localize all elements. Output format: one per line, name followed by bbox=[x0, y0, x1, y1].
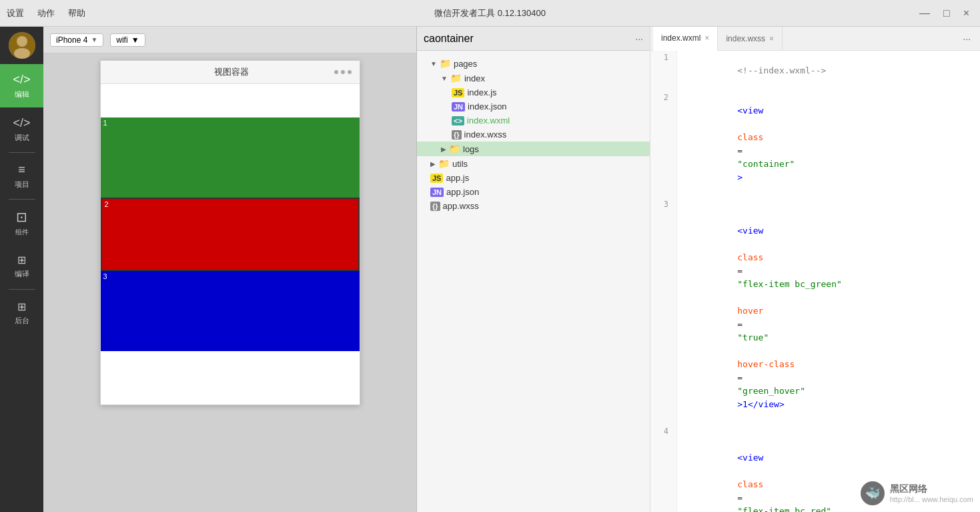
attr-3a: class bbox=[737, 252, 763, 262]
sidebar-label-edit: 编辑 bbox=[15, 89, 29, 99]
utils-arrow: ▶ bbox=[430, 160, 436, 168]
phone-dot-3 bbox=[348, 70, 352, 74]
attr-2a: class bbox=[737, 132, 763, 142]
sidebar-item-edit[interactable]: </> 编辑 bbox=[0, 64, 43, 107]
menu-actions[interactable]: 动作 bbox=[37, 7, 55, 19]
watermark: 🐳 黑区网络 http://bl... www.heiqu.com bbox=[861, 481, 973, 505]
utils-label: utils bbox=[452, 159, 468, 169]
wifi-select[interactable]: wifi ▼ bbox=[110, 33, 145, 47]
eq-4a: = bbox=[737, 493, 743, 503]
sidebar-item-backend[interactable]: ⊞ 后台 bbox=[0, 291, 43, 334]
watermark-logo: 🐳 bbox=[861, 481, 885, 505]
watermark-text: 黑区网络 http://bl... www.heiqu.com bbox=[890, 483, 973, 503]
line-content-2: <view class = "container" > bbox=[677, 91, 795, 198]
phone-white-bottom bbox=[101, 351, 360, 405]
project-icon: ≡ bbox=[18, 163, 25, 177]
phone-red-bar: 2 bbox=[101, 198, 360, 271]
simulator-toolbar: iPhone 4 ▼ wifi ▼ bbox=[43, 27, 416, 53]
filetree-more-button[interactable]: ··· bbox=[635, 33, 643, 44]
tree-item-app-js[interactable]: JS app.js bbox=[417, 171, 650, 185]
phone-title: 视图容器 bbox=[129, 66, 334, 78]
tree-item-index-js[interactable]: JS index.js bbox=[417, 85, 650, 99]
app-wxss-label: app.wxss bbox=[443, 201, 479, 211]
phone-screen: 1 2 3 bbox=[101, 84, 360, 405]
code-line-3: 3 <view class = "flex-item bc_green" hov… bbox=[650, 198, 980, 425]
sidebar-label-backend: 后台 bbox=[15, 316, 29, 326]
attr-3c: hover-class bbox=[737, 359, 795, 369]
tree-item-logs[interactable]: ▶ 📁 logs bbox=[417, 142, 650, 156]
device-name: iPhone 4 bbox=[56, 35, 87, 45]
maximize-button[interactable]: □ bbox=[939, 6, 954, 21]
line-num-1: 1 bbox=[650, 51, 677, 91]
tag-2b: > bbox=[737, 172, 743, 182]
app-js-icon: JS bbox=[430, 174, 443, 183]
logs-arrow: ▶ bbox=[441, 146, 446, 153]
device-select[interactable]: iPhone 4 ▼ bbox=[50, 33, 103, 47]
filetree-header: caontainer ··· bbox=[417, 27, 650, 51]
tab-wxss-label: index.wxss bbox=[726, 34, 765, 43]
code-line-2: 2 <view class = "container" > bbox=[650, 91, 980, 198]
str-3c: "green_hover" bbox=[737, 386, 805, 396]
line-content-4: <view class = "flex-item bc_red" hover =… bbox=[677, 425, 831, 512]
watermark-url: http://bl... www.heiqu.com bbox=[890, 495, 973, 503]
indent-3 bbox=[737, 212, 758, 222]
tab-wxml[interactable]: index.wxml × bbox=[653, 27, 718, 51]
tree-item-index-wxss[interactable]: {} index.wxss bbox=[417, 127, 650, 142]
menu-settings[interactable]: 设置 bbox=[7, 7, 24, 19]
editor-content[interactable]: 1 <!--index.wxml--> 2 <view class = "con… bbox=[650, 51, 980, 512]
edit-icon: </> bbox=[13, 73, 30, 87]
menu-help[interactable]: 帮助 bbox=[68, 7, 85, 19]
device-dropdown-arrow: ▼ bbox=[91, 36, 97, 43]
simulator-panel: iPhone 4 ▼ wifi ▼ 视图容器 bbox=[43, 27, 417, 512]
editor-more-button[interactable]: ··· bbox=[956, 33, 977, 44]
phone-frame: 视图容器 1 2 3 bbox=[100, 60, 360, 405]
text-4a bbox=[737, 466, 743, 476]
blue-bar-num: 3 bbox=[103, 272, 107, 280]
text-3a bbox=[737, 239, 743, 249]
tree-item-index-wxml[interactable]: <> index.wxml bbox=[417, 113, 650, 127]
index-arrow: ▼ bbox=[441, 75, 448, 82]
left-sidebar: </> 编辑 </> 调试 ≡ 项目 ⊡ 组件 ⊞ 编译 ⊞ 后台 bbox=[0, 27, 43, 512]
close-button[interactable]: × bbox=[959, 6, 973, 21]
text-2a bbox=[737, 119, 743, 129]
phone-dots bbox=[334, 70, 352, 74]
tab-wxss-close[interactable]: × bbox=[769, 34, 774, 43]
sidebar-divider-2 bbox=[9, 199, 35, 200]
sidebar-item-compile[interactable]: ⊞ 编译 bbox=[0, 244, 43, 288]
red-bar-num: 2 bbox=[105, 200, 109, 208]
tab-wxss[interactable]: index.wxss × bbox=[718, 27, 783, 51]
app-title: 微信开发者工具 0.12.130400 bbox=[434, 7, 546, 19]
filetree-panel: caontainer ··· ▼ 📁 pages ▼ 📁 index JS in… bbox=[417, 27, 650, 512]
tree-item-utils[interactable]: ▶ 📁 utils bbox=[417, 156, 650, 171]
attr-3b: hover bbox=[737, 306, 763, 316]
tab-wxml-close[interactable]: × bbox=[704, 33, 709, 43]
tree-item-index-json[interactable]: JN index.json bbox=[417, 99, 650, 113]
phone-header: 视图容器 bbox=[101, 61, 360, 84]
tree-item-index[interactable]: ▼ 📁 index bbox=[417, 71, 650, 85]
tree-item-pages[interactable]: ▼ 📁 pages bbox=[417, 56, 650, 71]
json-icon: JN bbox=[452, 102, 465, 111]
pages-arrow: ▼ bbox=[430, 60, 437, 67]
sidebar-item-project[interactable]: ≡ 项目 bbox=[0, 154, 43, 198]
sidebar-item-debug[interactable]: </> 调试 bbox=[0, 107, 43, 151]
eq-3c: = bbox=[737, 372, 743, 382]
filetree-content: ▼ 📁 pages ▼ 📁 index JS index.js JN index… bbox=[417, 51, 650, 512]
minimize-button[interactable]: — bbox=[915, 6, 934, 21]
utils-folder-icon: 📁 bbox=[438, 158, 450, 169]
sidebar-label-compile: 编译 bbox=[15, 269, 29, 279]
logs-label: logs bbox=[463, 144, 479, 154]
js-icon: JS bbox=[452, 88, 464, 97]
watermark-brand: 黑区网络 bbox=[890, 483, 973, 495]
line-num-3: 3 bbox=[650, 198, 677, 425]
tree-item-app-json[interactable]: JN app.json bbox=[417, 185, 650, 199]
tree-item-app-wxss[interactable]: {} app.wxss bbox=[417, 199, 650, 213]
simulator-content: 视图容器 1 2 3 bbox=[43, 53, 416, 512]
index-folder-icon: 📁 bbox=[450, 73, 462, 83]
tab-wxml-label: index.wxml bbox=[661, 33, 700, 43]
app-js-label: app.js bbox=[446, 173, 469, 183]
phone-white-top bbox=[101, 84, 360, 117]
sidebar-item-component[interactable]: ⊡ 组件 bbox=[0, 201, 43, 244]
debug-icon: </> bbox=[13, 116, 30, 130]
phone-dot-1 bbox=[334, 70, 338, 74]
line-content-1: <!--index.wxml--> bbox=[677, 51, 826, 91]
